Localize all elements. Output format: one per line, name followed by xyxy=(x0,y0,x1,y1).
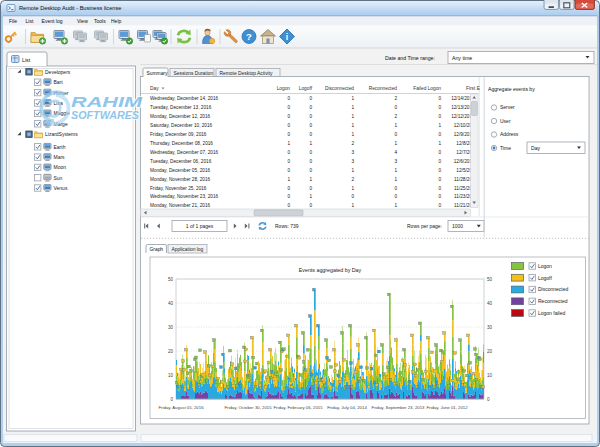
svg-text:Aggregate events by: Aggregate events by xyxy=(488,86,535,92)
svg-text:Summary: Summary xyxy=(147,71,168,76)
svg-text:2: 2 xyxy=(394,96,397,101)
svg-text:Tuesday, December 13, 2016: Tuesday, December 13, 2016 xyxy=(150,105,212,110)
svg-text:11/25/20: 11/25/20 xyxy=(454,186,472,191)
svg-text:1: 1 xyxy=(394,177,397,182)
svg-text:Earth: Earth xyxy=(54,144,66,150)
svg-text:0: 0 xyxy=(309,96,312,101)
svg-text:Monday, November 21, 2016: Monday, November 21, 2016 xyxy=(150,203,210,208)
svg-text:0: 0 xyxy=(438,114,441,119)
svg-text:0: 0 xyxy=(287,132,290,137)
svg-text:1: 1 xyxy=(351,203,354,208)
svg-text:Thursday, December 08, 2016: Thursday, December 08, 2016 xyxy=(150,141,213,146)
svg-text:0: 0 xyxy=(438,105,441,110)
svg-text:Friday, June 01, 2012: Friday, June 01, 2012 xyxy=(426,405,468,410)
svg-text:Wednesday, December 14, 2016: Wednesday, December 14, 2016 xyxy=(150,96,218,101)
svg-text:Friday, September 23, 2013: Friday, September 23, 2013 xyxy=(372,405,426,410)
svg-text:1: 1 xyxy=(351,168,354,173)
svg-text:Developers: Developers xyxy=(45,69,71,75)
svg-text:0: 0 xyxy=(438,194,441,199)
svg-text:Monday, December 05, 2016: Monday, December 05, 2016 xyxy=(150,168,210,173)
svg-text:3: 3 xyxy=(351,150,354,155)
svg-text:50: 50 xyxy=(168,277,174,282)
svg-text:Help: Help xyxy=(111,18,122,24)
svg-text:Disconnected: Disconnected xyxy=(538,286,569,292)
svg-text:Failed Logon: Failed Logon xyxy=(413,86,441,91)
svg-text:0: 0 xyxy=(287,105,290,110)
svg-text:Bart: Bart xyxy=(54,79,64,85)
svg-text:1: 1 xyxy=(438,141,441,146)
svg-text:Friday, October 30, 2015: Friday, October 30, 2015 xyxy=(224,405,272,410)
svg-text:1000: 1000 xyxy=(452,223,463,229)
svg-text:Friday, November 25, 2016: Friday, November 25, 2016 xyxy=(150,186,207,191)
svg-text:SOFTWARES: SOFTWARES xyxy=(71,110,139,121)
svg-text:1: 1 xyxy=(287,141,290,146)
svg-text:12/6/201: 12/6/201 xyxy=(454,159,473,164)
svg-text:Graph: Graph xyxy=(150,247,164,252)
svg-text:1: 1 xyxy=(351,186,354,191)
svg-text:Logon: Logon xyxy=(277,86,291,91)
svg-text:0: 0 xyxy=(287,194,290,199)
svg-text:1: 1 xyxy=(351,105,354,110)
svg-text:Reconnected: Reconnected xyxy=(538,298,568,304)
svg-text:1: 1 xyxy=(394,168,397,173)
svg-text:0: 0 xyxy=(309,132,312,137)
svg-text:List: List xyxy=(26,18,34,24)
svg-text:40: 40 xyxy=(487,301,493,306)
svg-text:0: 0 xyxy=(438,168,441,173)
svg-text:12/5/20: 12/5/20 xyxy=(456,168,472,173)
svg-text:12/14/201: 12/14/201 xyxy=(451,96,472,101)
svg-text:0: 0 xyxy=(287,150,290,155)
svg-text:10: 10 xyxy=(168,373,174,378)
svg-text:12/10/20: 12/10/20 xyxy=(454,123,473,128)
svg-text:0: 0 xyxy=(309,150,312,155)
svg-text:Monday, November 28, 2016: Monday, November 28, 2016 xyxy=(150,177,210,182)
svg-text:Monday, December 12, 2016: Monday, December 12, 2016 xyxy=(150,114,210,119)
svg-text:1: 1 xyxy=(351,132,354,137)
svg-text:0: 0 xyxy=(309,114,312,119)
svg-text:0: 0 xyxy=(309,186,312,191)
svg-text:?: ? xyxy=(246,31,252,42)
svg-text:0: 0 xyxy=(438,132,441,137)
svg-text:0: 0 xyxy=(438,159,441,164)
svg-text:Friday, July 04, 2014: Friday, July 04, 2014 xyxy=(327,405,367,410)
svg-text:Remote Desktop Audit - Busines: Remote Desktop Audit - Business license xyxy=(19,5,121,11)
svg-text:2: 2 xyxy=(351,177,354,182)
svg-text:Any time: Any time xyxy=(452,55,472,61)
svg-text:12/7/20: 12/7/20 xyxy=(456,150,472,155)
svg-text:0: 0 xyxy=(394,132,397,137)
svg-text:Reconnected: Reconnected xyxy=(369,86,398,91)
svg-text:0: 0 xyxy=(170,397,173,402)
svg-text:1: 1 xyxy=(287,177,290,182)
svg-text:Logon: Logon xyxy=(538,263,552,269)
svg-text:0: 0 xyxy=(438,96,441,101)
svg-text:0: 0 xyxy=(394,186,397,191)
svg-text:4: 4 xyxy=(394,150,397,155)
svg-text:20: 20 xyxy=(168,349,174,354)
svg-text:12/8/20: 12/8/20 xyxy=(456,141,472,146)
svg-text:1: 1 xyxy=(309,177,312,182)
svg-text:0: 0 xyxy=(309,123,312,128)
svg-text:Day: Day xyxy=(150,86,159,91)
svg-text:1: 1 xyxy=(351,123,354,128)
svg-text:0: 0 xyxy=(309,168,312,173)
svg-text:1: 1 xyxy=(309,194,312,199)
svg-text:3: 3 xyxy=(394,159,397,164)
svg-text:0: 0 xyxy=(287,168,290,173)
svg-text:20: 20 xyxy=(487,349,493,354)
svg-text:1: 1 xyxy=(394,203,397,208)
svg-text:0: 0 xyxy=(438,186,441,191)
svg-text:View: View xyxy=(77,18,88,24)
svg-text:Sun: Sun xyxy=(54,175,63,181)
svg-text:Server: Server xyxy=(500,104,515,110)
svg-text:Logon failed: Logon failed xyxy=(538,310,565,316)
svg-text:Friday, December 09, 2016: Friday, December 09, 2016 xyxy=(150,132,207,137)
svg-text:List: List xyxy=(22,57,31,63)
svg-text:1: 1 xyxy=(309,141,312,146)
svg-text:1: 1 xyxy=(394,141,397,146)
svg-text:Venus: Venus xyxy=(54,185,68,191)
svg-text:0: 0 xyxy=(487,397,490,402)
svg-text:Address: Address xyxy=(500,131,519,137)
svg-text:11/23/20: 11/23/20 xyxy=(454,194,472,199)
svg-text:0: 0 xyxy=(438,203,441,208)
svg-text:0: 0 xyxy=(287,96,290,101)
